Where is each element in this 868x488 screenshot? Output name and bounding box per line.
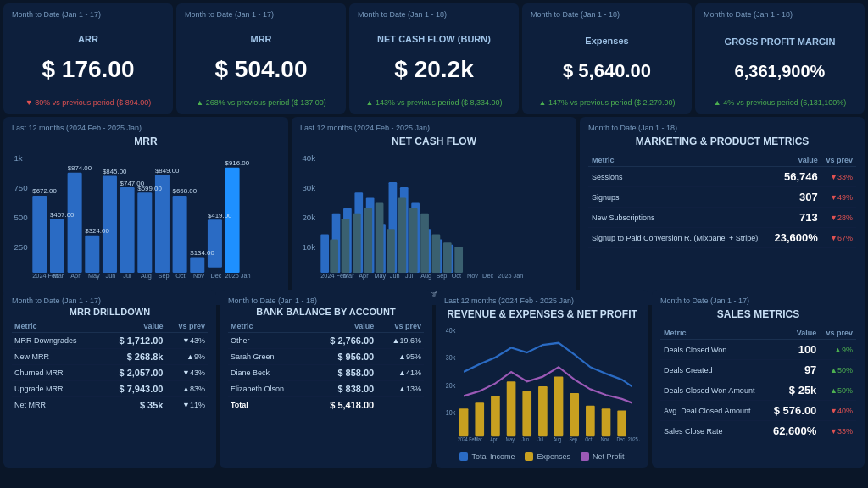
svg-text:Jul: Jul bbox=[405, 272, 414, 280]
mrr-chart-period: Last 12 months (2024 Feb - 2025 Jan) bbox=[12, 124, 280, 132]
cashflow-chart-period: Last 12 months (2024 Feb - 2025 Jan) bbox=[300, 124, 568, 132]
metric-value: $ 1,712.00 bbox=[101, 333, 166, 349]
bank-total-value: $ 5,418.00 bbox=[309, 397, 376, 413]
mrr-col-metric: Metric bbox=[12, 320, 101, 333]
cashflow-chart-card: Last 12 months (2024 Feb - 2025 Jan) NET… bbox=[292, 117, 576, 305]
svg-text:Jul: Jul bbox=[537, 435, 543, 442]
sales-row: Deals Closed Won Amount $ 25k ▲50% bbox=[660, 380, 856, 401]
svg-text:10k: 10k bbox=[302, 242, 315, 252]
revenue-chart-period: Last 12 months (2024 Feb - 2025 Jan) bbox=[444, 297, 640, 305]
svg-text:Jul: Jul bbox=[123, 272, 131, 280]
mrr-drilldown-row: Net MRR $ 35k ▼11% bbox=[12, 397, 208, 413]
kpi-cashflow: Month to Date (Jan 1 - 18) NET CASH FLOW… bbox=[349, 3, 519, 114]
metric-name: Deals Created bbox=[660, 360, 765, 380]
metric-change: ▲95% bbox=[376, 349, 424, 365]
svg-text:$419.00: $419.00 bbox=[208, 212, 232, 219]
metric-change: ▲9% bbox=[165, 349, 208, 365]
svg-rect-60 bbox=[376, 203, 384, 273]
svg-text:Jun: Jun bbox=[106, 272, 116, 280]
svg-text:$916.00: $916.00 bbox=[225, 159, 250, 167]
svg-rect-66 bbox=[443, 242, 452, 273]
svg-text:Dec: Dec bbox=[482, 272, 493, 280]
svg-text:Oct: Oct bbox=[175, 272, 185, 280]
metric-change: ▲9% bbox=[820, 340, 856, 360]
svg-text:Aug: Aug bbox=[420, 272, 431, 280]
svg-text:May: May bbox=[506, 435, 515, 442]
metric-name: Avg. Deal Closed Amount bbox=[660, 401, 765, 421]
metric-change: ▼49% bbox=[821, 187, 856, 208]
cashflow-bar-svg: 40k 30k 20k 10k bbox=[300, 151, 568, 286]
sales-title: SALES METRICS bbox=[660, 308, 856, 320]
bank-title: BANK BALANCE BY ACCOUNT bbox=[228, 307, 424, 317]
kpi-gpm-change: 4% vs previous period (6,131,100%) bbox=[704, 98, 856, 107]
sales-period: Month to Date (Jan 1 - 17) bbox=[660, 297, 856, 305]
metric-name: Churned MRR bbox=[12, 365, 101, 381]
svg-text:30k: 30k bbox=[302, 183, 315, 192]
svg-rect-85 bbox=[475, 402, 484, 436]
kpi-expenses-title: Expenses bbox=[531, 36, 683, 46]
bank-table: Metric Value vs prev Other $ 2,766.00 ▲1… bbox=[228, 320, 424, 413]
metric-name: Deals Closed Won bbox=[660, 340, 765, 360]
svg-rect-10 bbox=[137, 192, 152, 273]
svg-text:Apr: Apr bbox=[490, 435, 497, 442]
sales-col-metric: Metric bbox=[660, 327, 765, 340]
marketing-metrics-table: Metric Value vs prev Sessions 56,746 ▼33… bbox=[588, 154, 856, 248]
svg-text:May: May bbox=[88, 272, 100, 280]
metric-value: 713 bbox=[769, 208, 821, 228]
kpi-expenses-value: $ 5,640.00 bbox=[531, 61, 683, 81]
svg-text:$324.00: $324.00 bbox=[85, 227, 109, 235]
svg-text:Oct: Oct bbox=[452, 272, 461, 280]
svg-text:Dec: Dec bbox=[211, 272, 222, 280]
sales-col-value: Value bbox=[765, 327, 820, 340]
metric-value: 307 bbox=[769, 187, 821, 208]
svg-rect-93 bbox=[602, 408, 611, 436]
metric-value: 100 bbox=[765, 340, 820, 360]
metric-change: ▲83% bbox=[165, 381, 208, 397]
bank-row: Other $ 2,766.00 ▲19.6% bbox=[228, 333, 424, 349]
svg-rect-15 bbox=[225, 168, 240, 273]
mrr-col-prev: vs prev bbox=[165, 320, 208, 333]
metric-value: $ 956.00 bbox=[309, 349, 376, 365]
arrow-up-icon bbox=[365, 98, 373, 107]
revenue-chart-area: 40k 30k 20k 10k bbox=[444, 324, 640, 449]
revenue-svg: 40k 30k 20k 10k bbox=[444, 324, 640, 449]
svg-rect-61 bbox=[387, 229, 395, 273]
cashflow-chart-title: NET CASH FLOW bbox=[300, 136, 568, 147]
arrow-up-icon bbox=[714, 98, 721, 107]
metric-name: Diane Beck bbox=[228, 365, 309, 381]
svg-text:1k: 1k bbox=[14, 153, 22, 163]
col-prev-header: vs prev bbox=[821, 154, 856, 167]
marketing-row: Signup to Paid Conversion R. (Mixpanel +… bbox=[588, 228, 856, 248]
svg-rect-57 bbox=[342, 219, 350, 273]
svg-text:30k: 30k bbox=[446, 353, 456, 362]
metric-value: 56,746 bbox=[769, 167, 821, 187]
revenue-chart-title: REVENUE & EXPENSES & NET PROFIT bbox=[444, 308, 640, 320]
mrr-drilldown-card: Month to Date (Jan 1 - 17) MRR DRILLDOWN… bbox=[3, 290, 216, 468]
svg-text:$668.00: $668.00 bbox=[173, 187, 198, 195]
svg-text:$134.00: $134.00 bbox=[190, 249, 214, 257]
svg-rect-86 bbox=[491, 396, 500, 436]
svg-rect-13 bbox=[190, 258, 204, 273]
metric-name: MRR Downgrades bbox=[12, 333, 101, 349]
metric-value: 23,600% bbox=[769, 228, 821, 248]
svg-text:$699.00: $699.00 bbox=[137, 185, 162, 192]
svg-text:Jun: Jun bbox=[522, 435, 530, 442]
revenue-chart-card: Last 12 months (2024 Feb - 2025 Jan) REV… bbox=[436, 290, 648, 468]
svg-text:$874.00: $874.00 bbox=[68, 164, 92, 172]
marketing-period: Month to Date (Jan 1 - 18) bbox=[588, 124, 856, 132]
svg-text:Aug: Aug bbox=[141, 272, 152, 280]
svg-text:20k: 20k bbox=[302, 213, 315, 222]
kpi-row: Month to Date (Jan 1 - 17) ARR $ 176.00 … bbox=[3, 3, 865, 114]
svg-rect-89 bbox=[538, 386, 548, 436]
svg-rect-7 bbox=[85, 236, 99, 273]
metric-change: ▼43% bbox=[165, 365, 208, 381]
svg-rect-6 bbox=[68, 173, 82, 273]
metric-value: $ 2,057.00 bbox=[101, 365, 166, 381]
kpi-cashflow-change: 143% vs previous period ($ 8,334.00) bbox=[358, 98, 510, 107]
metric-change: ▲19.6% bbox=[376, 333, 424, 349]
bank-total-label: Total bbox=[228, 397, 309, 413]
svg-rect-88 bbox=[522, 391, 531, 437]
svg-rect-62 bbox=[398, 197, 406, 273]
marketing-metrics-card: Month to Date (Jan 1 - 18) MARKETING & P… bbox=[580, 117, 865, 305]
metric-change: ▼33% bbox=[820, 421, 856, 441]
